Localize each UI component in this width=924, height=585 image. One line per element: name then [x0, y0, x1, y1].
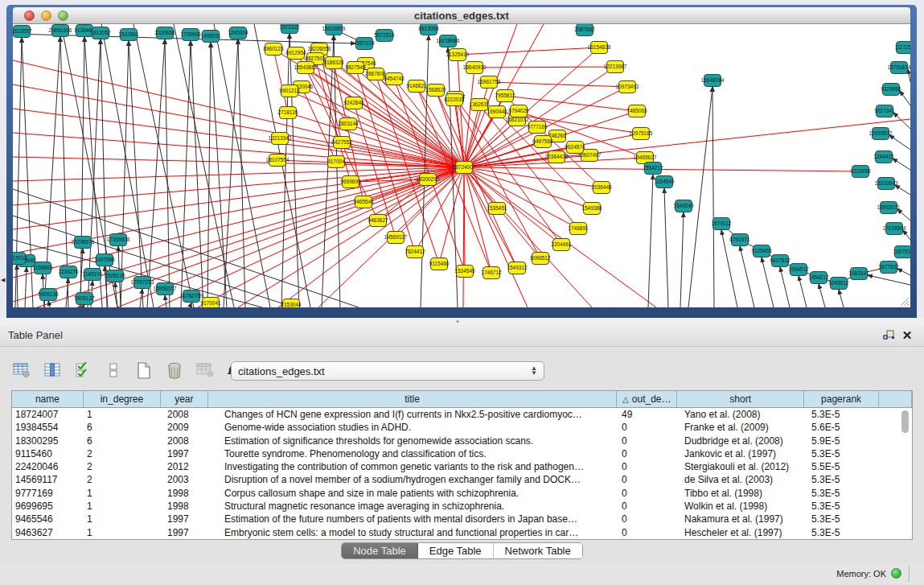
graph-edge[interactable] — [13, 167, 464, 278]
table-cell[interactable]: Estimation of significance thresholds fo… — [208, 435, 618, 447]
graph-node[interactable]: 1145191 — [83, 269, 103, 281]
table-cell[interactable]: 5.3E-5 — [805, 408, 880, 421]
graph-node[interactable]: 1083341 — [848, 268, 869, 280]
table-row[interactable]: 969969511998Structural magnetic resonanc… — [12, 500, 912, 513]
horizontal-splitter[interactable]: ✦ — [0, 318, 924, 324]
table-cell[interactable]: Corpus callosum shape and size in male p… — [208, 487, 618, 500]
column-header-year[interactable]: year — [161, 391, 208, 407]
graph-node[interactable]: 9170041 — [200, 298, 221, 308]
table-cell[interactable]: 9115460 — [12, 447, 84, 460]
table-cell[interactable]: 2008 — [161, 435, 208, 447]
table-cell[interactable]: Franke et al. (2009) — [678, 421, 805, 434]
table-cell[interactable]: 5.5E-5 — [805, 460, 880, 473]
table-row[interactable]: 2242004622012Investigating the contribut… — [12, 460, 912, 473]
graph-node[interactable]: 1549549 — [673, 200, 694, 212]
graph-edge[interactable] — [839, 290, 844, 307]
table-cell[interactable]: 1 — [84, 500, 161, 513]
graph-node[interactable]: 1505135 — [105, 270, 125, 282]
table-cell[interactable]: Investigating the contribution of common… — [208, 460, 618, 473]
graph-node[interactable]: 1990448 — [487, 106, 507, 118]
graph-node[interactable]: 16958107 — [154, 283, 177, 295]
table-row[interactable]: 911546021997Tourette syndrome. Phenomeno… — [12, 447, 912, 460]
graph-node[interactable]: 1954212 — [808, 272, 829, 284]
graph-node[interactable]: 917004 — [327, 156, 345, 168]
graph-node[interactable]: 12093872 — [869, 128, 893, 140]
graph-node[interactable]: 9125463 — [751, 245, 772, 257]
graph-node[interactable]: 1154549 — [655, 176, 675, 188]
column-header-filler[interactable] — [879, 391, 912, 407]
graph-edge[interactable] — [464, 167, 517, 268]
table-cell[interactable]: 5.3E-5 — [805, 513, 880, 525]
table-cell[interactable]: 5.3E-5 — [805, 526, 880, 539]
table-cell[interactable]: 9699695 — [12, 500, 84, 513]
graph-node[interactable]: 12213987 — [604, 61, 627, 73]
graph-node[interactable]: 8096512 — [530, 253, 551, 265]
table-cell[interactable]: 0 — [618, 526, 678, 539]
graph-node[interactable]: 19992071 — [877, 202, 901, 214]
graph-edge[interactable] — [900, 91, 910, 105]
graph-edge[interactable] — [84, 37, 102, 307]
table-cell[interactable]: 5.9E-5 — [805, 435, 880, 447]
table-cell[interactable]: 0 — [618, 500, 678, 513]
graph-node[interactable]: 3915912 — [13, 253, 27, 265]
graph-edge[interactable] — [290, 34, 299, 307]
close-panel-button[interactable]: ✕ — [898, 328, 916, 343]
table-cell[interactable]: 1997 — [161, 447, 208, 460]
table-cell[interactable]: de Silva et al. (2003) — [678, 473, 805, 486]
graph-edge[interactable] — [474, 67, 615, 68]
graph-node[interactable]: 18640910 — [463, 62, 487, 74]
table-cell[interactable]: 5.3E-5 — [805, 487, 880, 500]
graph-node[interactable]: 1094512 — [788, 264, 809, 276]
table-row[interactable]: 1830029562008Estimation of significance … — [12, 435, 912, 447]
table-cell[interactable]: 0 — [618, 447, 678, 460]
graph-node[interactable]: 20206576 — [72, 237, 95, 249]
table-cell[interactable]: Wolkin et al. (1998) — [678, 500, 805, 513]
graph-node[interactable]: 9624574 — [565, 142, 585, 154]
graph-node[interactable]: 9617532 — [770, 255, 791, 267]
graph-node[interactable]: 1117253 — [895, 42, 910, 54]
graph-edge[interactable] — [464, 167, 656, 307]
graph-node[interactable]: 9827548 — [345, 62, 366, 74]
table-row[interactable]: 977716911998Corpus callosum shape and si… — [12, 487, 912, 500]
graph-node[interactable]: 1746712 — [481, 267, 502, 279]
graph-node[interactable]: 7153044 — [281, 299, 302, 308]
table-cell[interactable]: 5.3E-5 — [805, 473, 880, 486]
graph-node[interactable]: 1245304 — [228, 27, 248, 39]
graph-node[interactable]: 9215958 — [850, 166, 871, 178]
table-cell[interactable]: Nakamura et al. (1997) — [678, 513, 805, 525]
graph-node[interactable]: 2204461 — [551, 239, 572, 251]
graph-node[interactable]: 14569117 — [384, 232, 408, 244]
graph-node[interactable]: 7624412 — [405, 246, 425, 258]
tab-node-table[interactable]: Node Table — [342, 543, 418, 558]
float-panel-button[interactable] — [881, 328, 898, 343]
graph-node[interactable]: 1362635 — [469, 99, 490, 111]
table-row[interactable]: 1938455462009Genome-wide association stu… — [12, 421, 912, 434]
graph-node[interactable]: 18724007 — [453, 162, 476, 174]
graph-node[interactable]: 7485063 — [626, 105, 647, 117]
table-cell[interactable]: 18300295 — [12, 435, 84, 447]
table-row[interactable]: 946554611997Estimation of the future num… — [12, 513, 912, 525]
clear-selection-button[interactable] — [103, 360, 124, 381]
table-cell[interactable]: 1 — [84, 487, 161, 500]
graph-node[interactable]: 19218986 — [437, 35, 460, 47]
table-settings-button[interactable] — [11, 360, 32, 381]
graph-edge[interactable] — [889, 135, 910, 150]
table-cell[interactable]: 5.3E-5 — [805, 500, 880, 513]
graph-node[interactable]: 9115460 — [429, 258, 450, 270]
graph-node[interactable]: 1549312 — [507, 262, 528, 274]
graph-edge[interactable] — [363, 167, 464, 202]
table-row[interactable]: 1872400712008Changes of HCN gene express… — [12, 408, 912, 421]
graph-node[interactable]: 9901213 — [279, 85, 300, 97]
graph-node[interactable]: 18300295 — [417, 174, 440, 186]
table-row[interactable]: 946362711997Embryonic stem cells: a mode… — [12, 526, 912, 539]
column-header-pagerank[interactable]: pagerank — [804, 391, 879, 407]
graph-node[interactable]: 17957253 — [131, 277, 154, 289]
table-cell[interactable]: 49 — [618, 408, 678, 421]
graph-node[interactable]: 9227341 — [874, 105, 895, 117]
table-cell[interactable]: 1997 — [161, 526, 208, 539]
table-row[interactable]: 1456911722003Disruption of a novel membe… — [12, 473, 912, 486]
table-cell[interactable]: 1997 — [161, 513, 208, 525]
graph-node[interactable]: 16782759 — [180, 290, 203, 303]
show-columns-button[interactable] — [42, 360, 63, 381]
column-header-name[interactable]: name — [12, 391, 84, 407]
